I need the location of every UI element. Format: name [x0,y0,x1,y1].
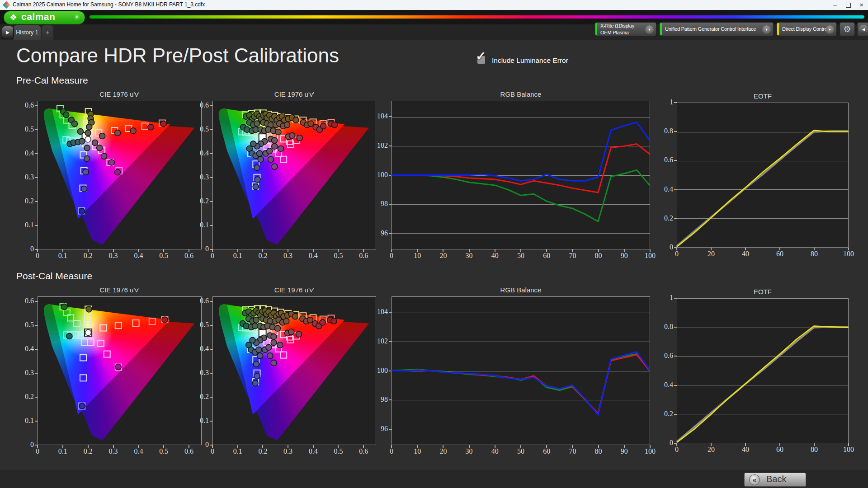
measurement-dot [63,112,69,118]
measurement-dot [97,145,103,151]
axis-tick-label: 100 [840,446,858,454]
axis-tick [745,443,746,446]
chevron-down-icon[interactable]: ▼ [762,25,771,34]
axis-tick-label: 0.4 [15,345,34,353]
axis-tick-label: 0.2 [190,197,209,205]
axis-tick-label: 0.2 [15,197,34,205]
series-line-blue [392,352,650,415]
chevron-down-icon[interactable]: ▼ [72,13,81,22]
chart-title: RGB Balance [392,286,650,294]
axis-tick-label: 0 [668,446,686,454]
tab-history-1[interactable]: History 1 [14,25,41,40]
axis-tick-label: 20 [434,447,452,455]
axis-tick [572,249,573,252]
axis-tick-label: 10 [408,252,426,260]
measurement-dot [115,169,121,175]
target-square [133,320,139,326]
axis-tick-label: 80 [590,447,608,455]
maximize-button[interactable] [842,0,855,10]
chart-title: CIE 1976 u'v' [38,286,202,294]
axis-tick-label: 0.3 [279,252,297,260]
section-label-pre-cal: Pre-Cal Measure [16,75,88,86]
measurement-dot [267,353,273,359]
axis-tick-label: 0.3 [190,173,209,181]
display-control-dropdown[interactable]: Direct Display Control ▼ [776,22,837,36]
chevron-down-icon[interactable]: ▼ [826,25,834,34]
target-square [280,156,287,163]
cie-plot [38,101,202,249]
measurement-dot [81,186,87,192]
axis-tick-label: 0.6 [654,352,673,360]
axis-tick [138,445,139,448]
axis-tick-label: 60 [771,250,789,258]
axis-tick [779,443,780,446]
chevron-down-icon[interactable]: ▼ [645,25,654,34]
axis-tick [210,397,212,398]
axis-tick [262,445,263,448]
measurement-dot [308,121,314,127]
minimize-button[interactable] [829,0,842,10]
chart-title: CIE 1976 u'v' [212,286,376,294]
axis-tick-label: 0.4 [190,149,209,157]
measurement-dot [267,148,273,154]
measurement-dot [115,130,121,136]
axis-tick-label: 0.5 [329,447,347,455]
chart-title: RGB Balance [392,90,650,99]
axis-tick [210,201,212,202]
axis-tick-label: 40 [486,447,504,455]
measurement-dot [148,124,154,130]
include-luminance-checkbox[interactable]: ✓ Include Luminance Error [476,49,620,67]
axis-tick [624,249,625,252]
axis-tick-label: 0.4 [15,149,34,157]
workflow-nav-button[interactable]: ▶ [2,26,14,39]
axis-tick [62,445,63,448]
measurement-dot [252,380,258,386]
axis-tick-label: 0.2 [15,393,34,401]
axis-tick [210,105,212,106]
axis-tick-label: 0.2 [79,447,97,455]
axis-tick-label: 50 [512,252,530,260]
back-button[interactable]: « Back [744,473,806,487]
axis-tick [417,249,418,252]
settings-button[interactable]: ⚙ [840,22,855,36]
measurement-dot [307,317,313,323]
add-tab-button[interactable]: + [42,25,53,40]
axis-tick-label: 98 [369,200,388,208]
axis-tick-label: 0.1 [54,252,72,260]
axis-tick [572,445,573,448]
axis-tick [62,249,63,252]
calman-app-window: { "window": { "title": "Calman 2025 Calm… [0,0,868,488]
measurement-dot [257,150,263,156]
measurement-dot [84,145,90,151]
measurement-dot [86,306,92,312]
axis-tick [189,249,189,252]
axis-tick-label: 1 [654,294,673,302]
measurement-dot [271,360,277,366]
axis-tick-label: 0.4 [190,345,209,353]
axis-tick [212,249,213,252]
axis-tick [35,153,38,154]
pattern-generator-dropdown[interactable]: Unified Pattern Generator Control Interf… [659,22,774,36]
axis-tick [814,248,815,250]
axis-tick [624,445,625,448]
axis-tick [35,301,38,302]
collapse-panel-button[interactable]: ◀ [857,22,868,36]
axis-tick-label: 0.1 [15,221,34,229]
axis-tick-label: 90 [615,447,633,455]
axis-tick [288,445,288,448]
axis-tick-label: 40 [486,252,504,260]
axis-tick-label: 0 [382,252,401,260]
axis-tick [363,445,364,448]
chart-title: EOTF [677,92,849,100]
measurement-dot [253,317,259,323]
target-square [88,339,94,345]
axis-tick-label: 0.8 [654,127,673,135]
axis-tick [520,445,521,448]
axis-tick-label: 30 [460,447,478,455]
axis-tick-label: 40 [736,446,755,454]
axis-tick [163,249,164,252]
measurement-dot [332,122,338,128]
meter-dropdown[interactable]: X-Rite i1Display OEM Plasma ▼ [594,22,656,36]
calman-menu-button[interactable]: ❖ calman ▼ [4,11,85,24]
close-button[interactable]: ✕ [855,0,868,10]
